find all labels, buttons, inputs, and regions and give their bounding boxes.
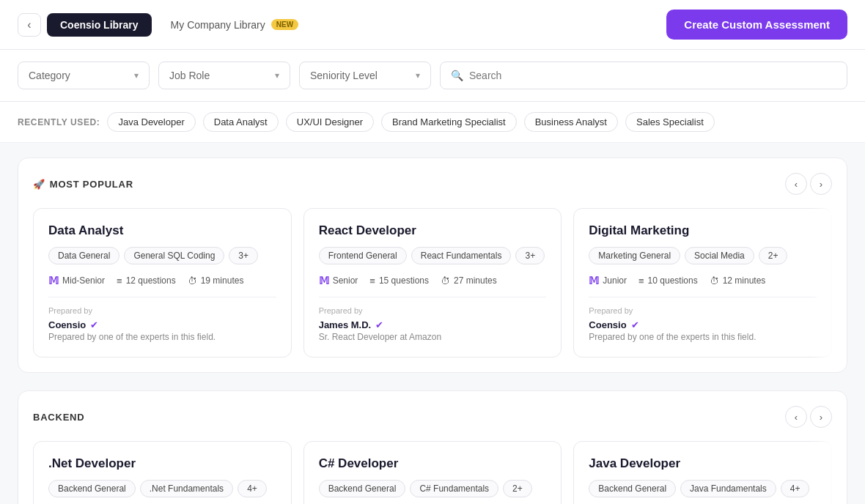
- card-tags: Backend General .Net Fundamentals 4+: [48, 480, 276, 497]
- tag: Frontend General: [319, 247, 407, 264]
- create-custom-assessment-button[interactable]: Create Custom Assessment: [666, 10, 847, 40]
- questions-meta: ≡ 12 questions: [117, 275, 176, 286]
- header: ‹ Coensio Library My Company Library NEW…: [0, 0, 865, 50]
- tag: Backend General: [589, 480, 676, 497]
- section-title-backend: BACKEND: [33, 412, 84, 423]
- author-bio: Prepared by one of the experts in this f…: [589, 332, 817, 342]
- next-button-backend[interactable]: ›: [810, 406, 832, 428]
- seniority-filter[interactable]: Seniority Level ▾: [299, 62, 431, 89]
- author-info: Coensio ✔: [48, 319, 276, 330]
- card-meta: 𝕄 Mid-Senior ≡ 12 questions ⏱ 19 minutes: [48, 275, 276, 286]
- author-bio: Sr. React Developer at Amazon: [319, 332, 547, 342]
- next-button-popular[interactable]: ›: [810, 173, 832, 195]
- questions-meta: ≡ 10 questions: [638, 275, 698, 286]
- tab-company-label: My Company Library: [171, 19, 265, 31]
- tag: Data General: [48, 247, 119, 264]
- time-label: 12 minutes: [723, 275, 766, 286]
- chip-uxui-designer[interactable]: UX/UI Designer: [286, 112, 374, 132]
- prepared-by-label: Prepared by: [48, 306, 276, 315]
- cards-wrapper-popular: Data Analyst Data General General SQL Co…: [33, 208, 832, 357]
- questions-count: 12 questions: [126, 275, 176, 286]
- clock-icon: ⏱: [441, 275, 450, 286]
- card-title: Java Developer: [589, 456, 817, 471]
- time-label: 27 minutes: [454, 275, 497, 286]
- chip-sales-specialist[interactable]: Sales Specialist: [625, 112, 715, 132]
- chevron-down-icon: ▾: [416, 70, 420, 81]
- card-digital-marketing: Digital Marketing Marketing General Soci…: [573, 208, 832, 357]
- tag: 2+: [503, 480, 532, 497]
- backend-section: BACKEND ‹ › .Net Developer Backend Gener…: [18, 390, 847, 504]
- cards-row-popular: Data Analyst Data General General SQL Co…: [33, 208, 832, 357]
- tag: C# Fundamentals: [410, 480, 498, 497]
- category-label: Category: [29, 70, 70, 81]
- card-java-developer: Java Developer Backend General Java Fund…: [573, 441, 832, 504]
- card-title: C# Developer: [319, 456, 547, 471]
- card-react-developer: React Developer Frontend General React F…: [303, 208, 562, 357]
- seniority-icon: 𝕄: [589, 275, 599, 286]
- author-name: Coensio: [589, 319, 626, 330]
- time-meta: ⏱ 19 minutes: [188, 275, 244, 286]
- job-role-label: Job Role: [169, 70, 210, 81]
- tag: 4+: [238, 480, 267, 497]
- card-tags: Data General General SQL Coding 3+: [48, 247, 276, 264]
- verified-icon: ✔: [90, 319, 98, 330]
- questions-icon: ≡: [369, 275, 375, 286]
- chip-java-developer[interactable]: Java Developer: [107, 112, 195, 132]
- divider: [48, 297, 276, 297]
- category-filter[interactable]: Category ▾: [18, 62, 150, 89]
- card-tags: Frontend General React Fundamentals 3+: [319, 247, 547, 264]
- card-title: Digital Marketing: [589, 223, 817, 238]
- card-meta: 𝕄 Junior ≡ 10 questions ⏱ 12 minutes: [589, 275, 817, 286]
- seniority-icon: 𝕄: [319, 275, 329, 286]
- seniority-label: Mid-Senior: [62, 275, 105, 286]
- tag: Social Media: [685, 247, 754, 264]
- tag: Marketing General: [589, 247, 680, 264]
- tab-company-library[interactable]: My Company Library NEW: [158, 13, 312, 37]
- card-title: Data Analyst: [48, 223, 276, 238]
- chip-brand-marketing[interactable]: Brand Marketing Specialist: [381, 112, 517, 132]
- section-header-backend: BACKEND ‹ ›: [33, 406, 832, 428]
- questions-icon: ≡: [638, 275, 644, 286]
- recently-used-label: RECENTLY USED:: [18, 117, 100, 127]
- author-bio: Prepared by one of the experts in this f…: [48, 332, 276, 342]
- clock-icon: ⏱: [710, 275, 719, 286]
- prepared-by-label: Prepared by: [319, 306, 547, 315]
- tag: 2+: [759, 247, 788, 264]
- tag: React Fundamentals: [411, 247, 512, 264]
- card-tags: Backend General Java Fundamentals 4+: [589, 480, 817, 497]
- verified-icon: ✔: [631, 319, 639, 330]
- chip-data-analyst[interactable]: Data Analyst: [203, 112, 279, 132]
- card-csharp-developer: C# Developer Backend General C# Fundamen…: [303, 441, 562, 504]
- time-meta: ⏱ 27 minutes: [441, 275, 497, 286]
- recently-used-bar: RECENTLY USED: Java Developer Data Analy…: [0, 102, 865, 143]
- card-tags: Marketing General Social Media 2+: [589, 247, 817, 264]
- search-box: 🔍: [440, 62, 847, 89]
- prev-button-popular[interactable]: ‹: [785, 173, 807, 195]
- cards-wrapper-backend: .Net Developer Backend General .Net Fund…: [33, 441, 832, 504]
- chip-business-analyst[interactable]: Business Analyst: [524, 112, 618, 132]
- prev-button-backend[interactable]: ‹: [785, 406, 807, 428]
- section-header-popular: 🚀 MOST POPULAR ‹ ›: [33, 173, 832, 195]
- card-title: .Net Developer: [48, 456, 276, 471]
- questions-meta: ≡ 15 questions: [369, 275, 429, 286]
- job-role-filter[interactable]: Job Role ▾: [158, 62, 290, 89]
- prepared-by-label: Prepared by: [589, 306, 817, 315]
- card-data-analyst: Data Analyst Data General General SQL Co…: [33, 208, 292, 357]
- seniority: 𝕄 Senior: [319, 275, 358, 286]
- search-input[interactable]: [469, 70, 836, 81]
- tag: Backend General: [48, 480, 136, 497]
- section-title-popular: 🚀 MOST POPULAR: [33, 179, 133, 190]
- author-info: James M.D. ✔: [319, 319, 547, 330]
- seniority-label: Junior: [603, 275, 627, 286]
- main-content: 🚀 MOST POPULAR ‹ › Data Analyst Data Gen…: [0, 143, 865, 504]
- questions-count: 15 questions: [379, 275, 429, 286]
- questions-icon: ≡: [117, 275, 122, 286]
- time-meta: ⏱ 12 minutes: [710, 275, 766, 286]
- seniority: 𝕄 Mid-Senior: [48, 275, 105, 286]
- cards-row-backend: .Net Developer Backend General .Net Fund…: [33, 441, 832, 504]
- back-button[interactable]: ‹: [18, 13, 41, 37]
- tab-coensio-library[interactable]: Coensio Library: [47, 13, 152, 37]
- questions-count: 10 questions: [648, 275, 698, 286]
- card-title: React Developer: [319, 223, 547, 238]
- clock-icon: ⏱: [188, 275, 197, 286]
